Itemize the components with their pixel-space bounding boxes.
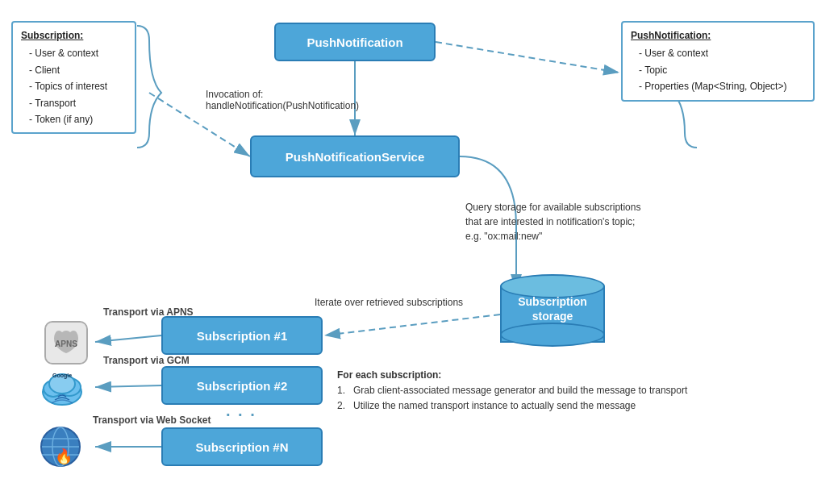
right-annotation-list: User & context Topic Properties (Map<Str… [631,45,805,94]
left-annotation: Subscription: User & context Client Topi… [11,21,136,134]
left-annotation-item: Topics of interest [29,78,127,94]
query-storage-label: Query storage for available subscription… [465,200,651,244]
right-annotation-item: User & context [639,45,805,61]
invocation-label: Invocation of:Invocation of: handleNotif… [206,89,359,111]
left-annotation-item: Client [29,62,127,78]
iterate-label: Iterate over retrieved subscriptions [315,297,463,308]
transport-websocket-label: Transport via Web Socket [93,414,211,426]
svg-line-3 [324,314,500,335]
gcm-icon: Google [39,366,85,410]
left-annotation-item: Token (if any) [29,111,127,127]
transport-apns-label: Transport via APNS [103,306,194,318]
svg-line-5 [95,385,161,387]
for-each-subscription: For each subscription: 1. Grab client-as… [337,368,805,414]
right-annotation-title: PushNotification: [631,27,805,44]
subscription-dots: · · · [226,406,256,424]
push-notification-box: PushNotification [274,23,436,61]
subscription2-box: Subscription #2 [161,366,323,405]
svg-line-0 [436,42,619,73]
right-annotation-item: Properties (Map<String, Object>) [639,78,805,94]
svg-text:Google: Google [52,373,72,379]
right-annotation-item: Topic [639,62,805,78]
subscription1-box: Subscription #1 [161,316,323,355]
subscription-storage-cylinder: Subscriptionstorage [500,274,605,347]
subscriptionN-box: Subscription #N [161,427,323,466]
left-annotation-title: Subscription: [21,27,127,44]
left-annotation-list: User & context Client Topics of interest… [21,45,127,127]
transport-gcm-label: Transport via GCM [103,355,190,366]
architecture-diagram: right annotation (dashed) --> Subscripti… [0,0,834,504]
svg-text:🔥: 🔥 [55,448,73,465]
apns-icon: APNS [44,321,88,364]
subscription-storage-label: Subscriptionstorage [500,294,605,323]
left-annotation-item: User & context [29,45,127,61]
svg-line-4 [95,335,161,342]
right-annotation: PushNotification: User & context Topic P… [621,21,815,102]
push-notification-service-box: PushNotificationService [250,135,460,177]
websocket-icon: 🔥 [37,423,84,471]
left-annotation-item: Transport [29,95,127,111]
